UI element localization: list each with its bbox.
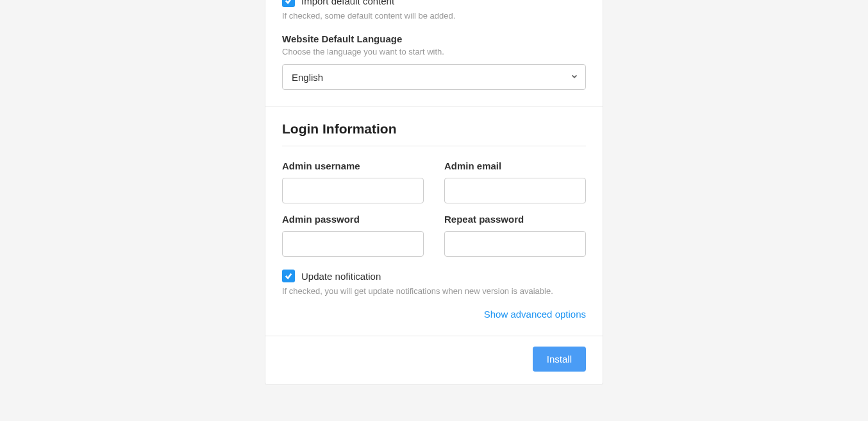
install-button[interactable]: Install xyxy=(533,347,586,372)
import-content-row: Import default content xyxy=(282,0,586,7)
admin-password-input[interactable] xyxy=(282,231,424,257)
repeat-password-input[interactable] xyxy=(444,231,586,257)
update-notification-row: Update nofitication xyxy=(282,270,586,282)
language-select[interactable]: English xyxy=(282,64,586,90)
repeat-password-field: Repeat password xyxy=(444,214,586,257)
language-sub: Choose the language you want to start wi… xyxy=(282,47,586,56)
update-notification-label: Update nofitication xyxy=(301,271,381,282)
admin-username-input[interactable] xyxy=(282,178,424,203)
form-footer: Install xyxy=(265,336,603,384)
check-icon xyxy=(285,0,292,4)
language-select-wrapper: English xyxy=(282,64,586,90)
import-content-help: If checked, some default content will be… xyxy=(282,11,586,21)
admin-password-label: Admin password xyxy=(282,214,424,225)
admin-email-input[interactable] xyxy=(444,178,586,203)
admin-username-field: Admin username xyxy=(282,160,424,203)
update-notification-help: If checked, you will get update notifica… xyxy=(282,286,586,296)
update-notification-checkbox[interactable] xyxy=(282,270,295,282)
login-form-grid: Admin username Admin email Admin passwor… xyxy=(282,160,586,257)
admin-username-label: Admin username xyxy=(282,160,424,171)
language-label: Website Default Language xyxy=(282,33,586,44)
import-content-checkbox[interactable] xyxy=(282,0,295,7)
login-title: Login Information xyxy=(282,107,586,146)
admin-email-field: Admin email xyxy=(444,160,586,203)
import-content-label: Import default content xyxy=(301,0,394,6)
check-icon xyxy=(285,272,292,280)
login-section: Login Information Admin username Admin e… xyxy=(265,107,603,329)
advanced-options-row: Show advanced options xyxy=(282,309,586,329)
admin-password-field: Admin password xyxy=(282,214,424,257)
language-selected-value: English xyxy=(292,72,323,83)
install-form-card: Import default content If checked, some … xyxy=(265,0,603,385)
settings-section: Import default content If checked, some … xyxy=(265,0,603,90)
admin-email-label: Admin email xyxy=(444,160,586,171)
show-advanced-link[interactable]: Show advanced options xyxy=(484,309,586,320)
repeat-password-label: Repeat password xyxy=(444,214,586,225)
